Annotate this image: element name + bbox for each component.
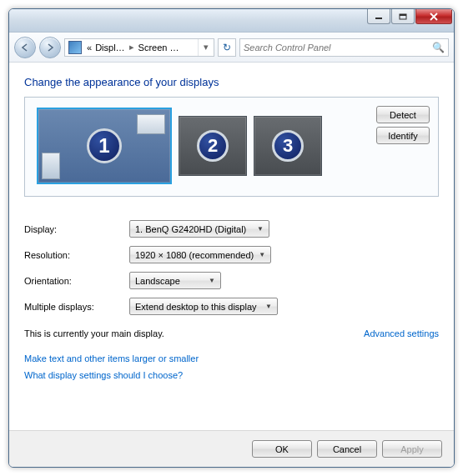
multiple-displays-select[interactable]: Extend desktop to this display [129,298,278,315]
monitor-number: 2 [197,130,229,162]
detect-button[interactable]: Detect [376,106,430,123]
titlebar [9,9,454,33]
breadcrumb-seg-2[interactable]: Screen … [137,43,181,53]
resolution-label: Resolution: [24,250,129,260]
search-input[interactable] [244,43,432,53]
forward-icon [45,43,55,53]
search-icon: 🔍 [432,42,445,53]
chevron-down-icon[interactable]: ▾ [198,39,214,56]
navbar: « Displ… ▸ Screen … ▾ ↻ 🔍 [9,33,454,63]
identify-button[interactable]: Identify [376,127,430,144]
back-icon [20,43,30,53]
ok-button[interactable]: OK [252,440,312,458]
help-links: Make text and other items larger or smal… [24,353,439,380]
svg-rect-2 [400,14,406,16]
window-thumbnail [137,114,165,134]
help-link[interactable]: What display settings should I choose? [24,370,439,380]
diagram-buttons: Detect Identify [376,106,430,144]
resolution-select[interactable]: 1920 × 1080 (recommended) [129,246,271,263]
display-select[interactable]: 1. BenQ G2420HD (Digital) [129,220,269,238]
close-icon [429,13,439,21]
control-panel-icon [68,41,82,54]
content: Change the appearance of your displays 1… [9,63,454,380]
advanced-settings-link[interactable]: Advanced settings [364,328,439,338]
close-button[interactable] [415,9,452,24]
orientation-label: Orientation: [24,276,129,286]
forward-button[interactable] [39,37,61,58]
monitor-number: 3 [272,130,304,162]
breadcrumb-prefix: « [85,43,93,53]
main-display-status: This is currently your main display. [24,328,164,338]
maximize-button[interactable] [391,9,415,24]
back-button[interactable] [14,37,36,58]
monitor-number: 1 [87,128,122,163]
breadcrumb-seg-1[interactable]: Displ… [93,43,126,53]
refresh-button[interactable]: ↻ [218,38,236,57]
display-label: Display: [24,224,129,234]
search-box[interactable]: 🔍 [239,38,449,57]
maximize-icon [399,13,407,20]
cancel-button[interactable]: Cancel [317,440,377,458]
text-size-link[interactable]: Make text and other items larger or smal… [24,353,439,363]
multiple-displays-label: Multiple displays: [24,302,129,312]
refresh-icon: ↻ [223,42,231,53]
monitor-2[interactable]: 2 [179,116,247,176]
settings-form: Display: 1. BenQ G2420HD (Digital) Resol… [24,220,439,315]
footer: OK Cancel Apply [9,430,454,467]
apply-button[interactable]: Apply [382,440,442,458]
breadcrumb[interactable]: « Displ… ▸ Screen … ▾ [64,38,214,57]
svg-rect-0 [375,18,382,19]
chevron-right-icon: ▸ [127,42,137,53]
orientation-select[interactable]: Landscape [129,272,221,289]
window: « Displ… ▸ Screen … ▾ ↻ 🔍 Change the app… [8,8,455,468]
taskbar-thumbnail [42,153,60,179]
page-title: Change the appearance of your displays [24,76,439,88]
monitor-1[interactable]: 1 [37,108,172,184]
minimize-icon [375,13,383,20]
monitor-3[interactable]: 3 [254,116,322,176]
display-diagram: 1 2 3 Detect Identify [24,97,439,197]
minimize-button[interactable] [367,9,390,24]
status-row: This is currently your main display. Adv… [24,328,439,338]
